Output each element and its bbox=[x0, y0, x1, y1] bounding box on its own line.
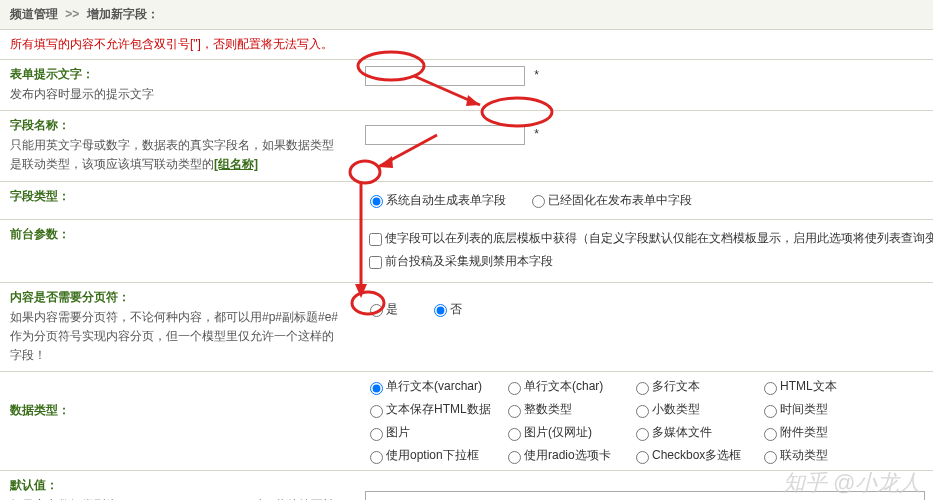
datatype-opt-9[interactable]: 图片(仅网址) bbox=[503, 424, 605, 441]
row-pagebreak: 内容是否需要分页符： 如果内容需要分页符，不论何种内容，都可以用#p#副标题#e… bbox=[0, 283, 933, 373]
frontparam-opt1[interactable]: 使字段可以在列表的底层模板中获得（自定义字段默认仅能在文档模板显示，启用此选项将… bbox=[365, 231, 933, 245]
datatype-opt-4[interactable]: 文本保存HTML数据 bbox=[365, 401, 477, 418]
fieldtype-opt2[interactable]: 已经固化在发布表单中字段 bbox=[527, 193, 692, 207]
fieldname-title: 字段名称： bbox=[10, 117, 345, 134]
datatype-opt-15[interactable]: 联动类型 bbox=[759, 447, 851, 464]
breadcrumb: 频道管理 >> 增加新字段： bbox=[0, 0, 933, 30]
datatype-opt-13[interactable]: 使用radio选项卡 bbox=[503, 447, 605, 464]
pagebreak-no[interactable]: 否 bbox=[429, 302, 462, 316]
prompt-input[interactable] bbox=[365, 66, 525, 86]
datatype-opt-8[interactable]: 图片 bbox=[365, 424, 477, 441]
row-prompt: 表单提示文字： 发布内容时显示的提示文字 * bbox=[0, 60, 933, 111]
datatype-opt-2[interactable]: 多行文本 bbox=[631, 378, 733, 395]
fieldtype-title: 字段类型： bbox=[10, 188, 345, 205]
datatype-opt-0[interactable]: 单行文本(varchar) bbox=[365, 378, 477, 395]
prompt-star: * bbox=[534, 68, 539, 82]
defaultval-title: 默认值： bbox=[10, 477, 345, 494]
fieldtype-radio2[interactable] bbox=[532, 195, 545, 208]
pagebreak-desc: 如果内容需要分页符，不论何种内容，都可以用#p#副标题#e#作为分页符号实现内容… bbox=[10, 308, 345, 366]
datatype-opt-10[interactable]: 多媒体文件 bbox=[631, 424, 733, 441]
prompt-desc: 发布内容时显示的提示文字 bbox=[10, 85, 345, 104]
defaultval-textarea[interactable] bbox=[365, 491, 925, 500]
fieldname-group-link[interactable]: [组名称] bbox=[214, 157, 258, 171]
breadcrumb-sep: >> bbox=[65, 7, 79, 21]
frontparam-opt2[interactable]: 前台投稿及采集规则禁用本字段 bbox=[365, 254, 553, 268]
datatype-opt-11[interactable]: 附件类型 bbox=[759, 424, 851, 441]
fieldtype-radio1[interactable] bbox=[370, 195, 383, 208]
fieldname-star: * bbox=[534, 127, 539, 141]
fieldname-desc: 只能用英文字母或数字，数据表的真实字段名，如果数据类型是联动类型，该项应该填写联… bbox=[10, 136, 345, 174]
frontparam-check1[interactable] bbox=[369, 233, 382, 246]
datatype-opt-14[interactable]: Checkbox多选框 bbox=[631, 447, 733, 464]
pagebreak-yes[interactable]: 是 bbox=[365, 302, 398, 316]
prompt-title: 表单提示文字： bbox=[10, 66, 345, 83]
frontparam-check2[interactable] bbox=[369, 256, 382, 269]
datatype-opt-12[interactable]: 使用option下拉框 bbox=[365, 447, 477, 464]
datatype-opt-3[interactable]: HTML文本 bbox=[759, 378, 851, 395]
row-frontparam: 前台参数： 使字段可以在列表的底层模板中获得（自定义字段默认仅能在文档模板显示，… bbox=[0, 220, 933, 283]
datatype-title: 数据类型： bbox=[10, 402, 345, 419]
pagebreak-title: 内容是否需要分页符： bbox=[10, 289, 345, 306]
breadcrumb-a: 频道管理 bbox=[10, 7, 58, 21]
frontparam-title: 前台参数： bbox=[10, 226, 345, 243]
defaultval-desc: 如果定义数据类型为select、radio、checkbox时，此处填写被选择的… bbox=[10, 496, 345, 500]
pagebreak-radio-no[interactable] bbox=[434, 304, 447, 317]
breadcrumb-b: 增加新字段： bbox=[87, 7, 159, 21]
pagebreak-radio-yes[interactable] bbox=[370, 304, 383, 317]
fieldname-input[interactable] bbox=[365, 125, 525, 145]
row-fieldname: 字段名称： 只能用英文字母或数字，数据表的真实字段名，如果数据类型是联动类型，该… bbox=[0, 111, 933, 181]
datatype-opt-1[interactable]: 单行文本(char) bbox=[503, 378, 605, 395]
row-datatype: 数据类型： 单行文本(varchar) 单行文本(char) 多行文本 HTML… bbox=[0, 372, 933, 471]
row-fieldtype: 字段类型： 系统自动生成表单字段 已经固化在发布表单中字段 bbox=[0, 182, 933, 220]
fieldname-desc-text: 只能用英文字母或数字，数据表的真实字段名，如果数据类型是联动类型，该项应该填写联… bbox=[10, 138, 334, 171]
datatype-opt-7[interactable]: 时间类型 bbox=[759, 401, 851, 418]
datatype-opt-5[interactable]: 整数类型 bbox=[503, 401, 605, 418]
row-defaultval: 默认值： 如果定义数据类型为select、radio、checkbox时，此处填… bbox=[0, 471, 933, 500]
datatype-grid: 单行文本(varchar) 单行文本(char) 多行文本 HTML文本 文本保… bbox=[365, 378, 933, 464]
datatype-opt-6[interactable]: 小数类型 bbox=[631, 401, 733, 418]
warning-text: 所有填写的内容不允许包含双引号["]，否则配置将无法写入。 bbox=[0, 30, 933, 60]
fieldtype-opt1[interactable]: 系统自动生成表单字段 bbox=[365, 193, 506, 207]
